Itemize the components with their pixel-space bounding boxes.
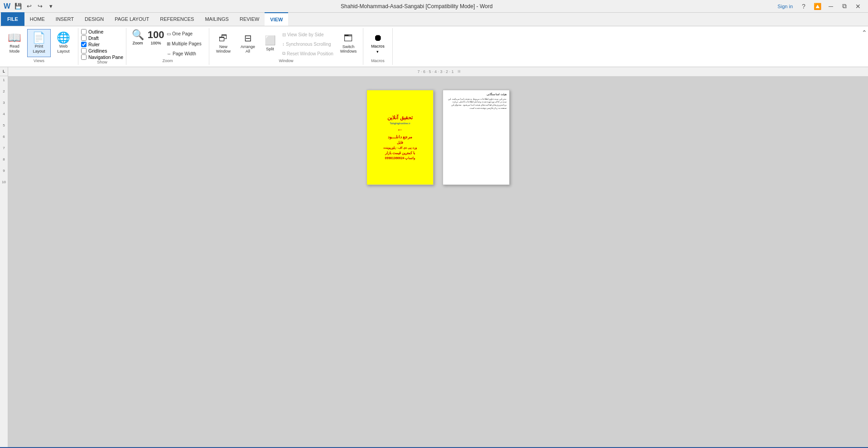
read-mode-icon: 📖	[8, 32, 21, 43]
tab-mailings[interactable]: MAILINGS	[199, 12, 234, 26]
ruler-v-3: 3	[3, 101, 5, 105]
multiple-pages-label: Multiple Pages	[172, 41, 202, 46]
macros-icon: ⏺	[373, 33, 382, 43]
gridlines-label: Gridlines	[88, 48, 107, 54]
tab-review[interactable]: REVIEW	[234, 12, 265, 26]
sign-in-link[interactable]: Sign in	[777, 4, 793, 9]
close-button[interactable]: ✕	[852, 1, 864, 11]
page1-line2: فایل	[397, 141, 403, 145]
ruler-v-7: 7	[3, 146, 5, 150]
new-window-button[interactable]: 🗗 NewWindow	[212, 29, 235, 57]
zoom-group-label: Zoom	[163, 58, 173, 64]
page-2: هیئت امنا سنگابی متن این سند حاوی اطلاعا…	[443, 90, 510, 185]
navigation-pane-checkbox-item[interactable]: Navigation Pane	[81, 54, 123, 60]
zoom-100-icon: 100	[148, 29, 164, 41]
macros-group: ⏺ Macros ▾ Macros	[363, 28, 393, 65]
minimize-button[interactable]: ─	[825, 1, 837, 11]
save-button[interactable]: 💾	[13, 1, 23, 11]
switch-windows-label: SwitchWindows	[340, 44, 357, 54]
horizontal-ruler: 7 · 6 · 5 · 4 · 3 · 2 · 1 ⊞	[8, 67, 868, 76]
ruler-corner: L	[0, 67, 8, 76]
gridlines-checkbox-item[interactable]: Gridlines	[81, 48, 123, 54]
outline-checkbox[interactable]	[81, 29, 87, 34]
page1-website: Tahghighonline.ir	[390, 122, 410, 125]
split-button[interactable]: ⬜ Split	[261, 29, 279, 57]
tab-insert[interactable]: INSERT	[50, 12, 79, 26]
arrange-all-icon: ⊟	[244, 33, 252, 44]
split-label: Split	[266, 47, 274, 51]
arrange-all-label: ArrangeAll	[241, 44, 255, 54]
tab-references[interactable]: REFERENCES	[154, 12, 199, 26]
undo-button[interactable]: ↩	[24, 1, 34, 11]
show-checkboxes: Outline Draft Ruler Gridlines Navigation…	[81, 29, 123, 60]
reset-window-position-button[interactable]: ⧉ Reset Window Position	[281, 49, 335, 58]
navigation-pane-checkbox[interactable]	[81, 54, 87, 60]
view-side-by-side-button[interactable]: ⊟ View Side by Side	[281, 30, 335, 39]
ribbon-content: 📖 ReadMode 📄 PrintLayout 🌐 WebLayout Vie…	[0, 26, 868, 67]
page1-line4: با کمترین قیمت بازار	[385, 151, 415, 155]
reset-window-icon: ⧉	[282, 51, 285, 56]
page1-line3: ورد-پی دی اف - پاورپوینت	[383, 146, 416, 150]
ruler-checkbox[interactable]	[81, 42, 87, 47]
restore-button[interactable]: ⧉	[838, 1, 851, 11]
ruler-v-6: 6	[3, 135, 5, 139]
views-group: 📖 ReadMode 📄 PrintLayout 🌐 WebLayout Vie…	[0, 28, 78, 65]
tab-file[interactable]: FILE	[1, 12, 24, 26]
ribbon-toggle-button[interactable]: 🔼	[811, 1, 824, 11]
quick-access-toolbar: W 💾 ↩ ↪ ▾	[4, 1, 56, 11]
arrange-all-button[interactable]: ⊟ ArrangeAll	[236, 29, 259, 57]
synchronous-scrolling-button[interactable]: ↕ Synchronous Scrolling	[281, 39, 335, 49]
ruler-checkbox-item[interactable]: Ruler	[81, 42, 123, 47]
window-group: 🗗 NewWindow ⊟ ArrangeAll ⬜ Split ⊟	[209, 28, 363, 65]
multiple-pages-button[interactable]: ⊞ Multiple Pages	[165, 39, 206, 48]
help-button[interactable]: ?	[797, 1, 810, 11]
ruler-v-2: 2	[3, 89, 5, 93]
one-page-label: One Page	[172, 31, 193, 36]
print-layout-icon: 📄	[32, 32, 46, 43]
switch-windows-button[interactable]: 🗔 SwitchWindows	[337, 29, 360, 57]
macros-dropdown-icon: ▾	[376, 49, 379, 54]
new-window-icon: 🗗	[219, 33, 228, 44]
page-width-icon: ↔	[167, 51, 171, 56]
read-mode-button[interactable]: 📖 ReadMode	[3, 29, 26, 57]
redo-button[interactable]: ↪	[35, 1, 45, 11]
ruler-corner-marker[interactable]: L	[0, 67, 8, 76]
new-window-label: NewWindow	[216, 44, 231, 54]
tab-design[interactable]: DESIGN	[79, 12, 109, 26]
zoom-button[interactable]: 🔍 Zoom	[129, 29, 146, 45]
ribbon-tabs: FILE HOME INSERT DESIGN PAGE LAYOUT REFE…	[0, 13, 868, 26]
print-layout-button[interactable]: 📄 PrintLayout	[27, 29, 51, 57]
tab-view[interactable]: VIEW	[265, 12, 288, 26]
draft-label: Draft	[88, 35, 99, 41]
outline-checkbox-item[interactable]: Outline	[81, 29, 123, 34]
switch-windows-icon: 🗔	[344, 33, 353, 44]
tab-page-layout[interactable]: PAGE LAYOUT	[109, 12, 154, 26]
titlebar: W 💾 ↩ ↪ ▾ Shahid-Mohammad-Asad-Sangabi […	[0, 0, 868, 13]
page1-arrow: ←	[397, 126, 403, 133]
horizontal-ruler-row: L 7 · 6 · 5 · 4 · 3 · 2 · 1 ⊞	[0, 67, 868, 76]
zoom-100-button[interactable]: 100 100%	[148, 29, 164, 45]
web-layout-button[interactable]: 🌐 WebLayout	[52, 29, 75, 57]
zoom-icon: 🔍	[132, 29, 144, 41]
draft-checkbox[interactable]	[81, 35, 87, 41]
gridlines-checkbox[interactable]	[81, 48, 87, 54]
ruler-v-4: 4	[3, 112, 5, 116]
zoom-100-label: 100%	[151, 41, 161, 45]
macros-label: Macros	[371, 44, 385, 49]
ruler-v-9: 9	[3, 169, 5, 173]
page1-line1: مرجع دانلـــود	[388, 135, 413, 139]
ruler-v-10: 10	[2, 180, 6, 184]
customize-qa-button[interactable]: ▾	[46, 1, 56, 11]
macros-group-label: Macros	[371, 58, 385, 64]
page-width-button[interactable]: ↔ Page Width	[165, 49, 206, 58]
multiple-pages-icon: ⊞	[167, 41, 170, 46]
draft-checkbox-item[interactable]: Draft	[81, 35, 123, 41]
one-page-button[interactable]: ▭ One Page	[165, 29, 206, 38]
ribbon-collapse-button[interactable]: ⌃	[862, 29, 867, 36]
document-area[interactable]: تحقیق آنلاین Tahghighonline.ir ← مرجع دا…	[8, 76, 868, 447]
view-side-by-side-label: View Side by Side	[287, 32, 323, 37]
tab-home[interactable]: HOME	[24, 12, 50, 26]
window-group-label: Window	[279, 58, 293, 64]
split-icon: ⬜	[265, 35, 276, 46]
macros-button[interactable]: ⏺ Macros ▾	[366, 29, 390, 57]
